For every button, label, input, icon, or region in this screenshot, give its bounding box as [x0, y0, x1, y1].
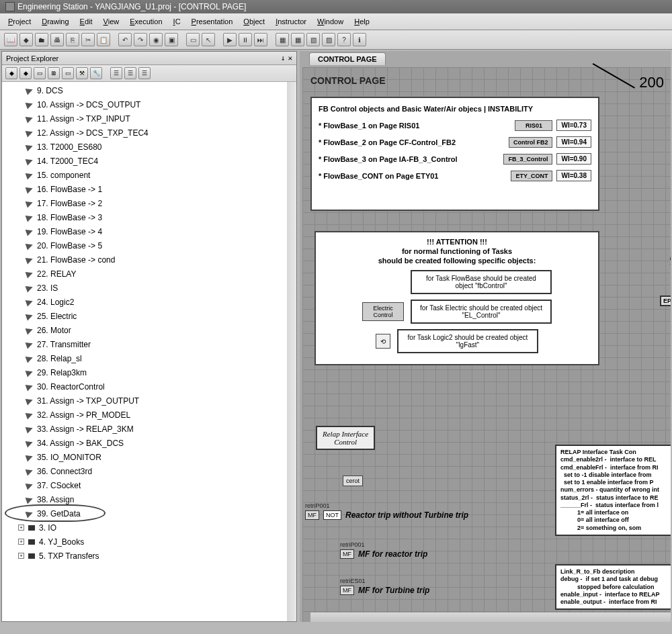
not-box-1[interactable]: NOT	[323, 510, 341, 520]
menu-window[interactable]: Window	[313, 16, 347, 27]
tree-item[interactable]: 37. CSocket	[2, 478, 287, 492]
tb-help-icon[interactable]: ?	[337, 33, 351, 46]
tree-vscroll[interactable]	[287, 82, 296, 621]
tb-grid2-icon[interactable]: ▦	[291, 33, 304, 46]
tree-item[interactable]: 36. Connect3rd	[2, 464, 287, 478]
project-tree[interactable]: 9. DCS10. Assign -> DCS_OUTPUT11. Assign…	[2, 82, 287, 621]
tb-about-icon[interactable]: ℹ	[353, 33, 366, 46]
tree-item[interactable]: 21. FlowBase -> cond	[2, 253, 287, 267]
hammer-icon	[26, 467, 34, 476]
tree-item[interactable]: 33. Assign -> RELAP_3KM	[2, 422, 287, 436]
refresh-icon[interactable]: ⟲	[376, 334, 390, 349]
fb-row-button[interactable]: ETY_CONT	[511, 171, 552, 181]
menu-presentation[interactable]: Presentation	[187, 16, 237, 27]
expand-icon[interactable]: +	[18, 525, 24, 531]
tb-grid-icon[interactable]: ▦	[276, 33, 289, 46]
tb-paste-icon[interactable]: 📋	[97, 33, 110, 46]
tree-item[interactable]: 11. Assign -> TXP_INPUT	[2, 111, 287, 126]
tree-item[interactable]: 17. FlowBase -> 2	[2, 196, 287, 210]
tb-stop-icon[interactable]: ◉	[149, 33, 163, 46]
pt-doc-icon[interactable]: 🗎	[48, 67, 60, 79]
tree-item[interactable]: 19. FlowBase -> 4	[2, 224, 287, 238]
tb-select-icon[interactable]: ▭	[186, 33, 200, 46]
menu-execution[interactable]: Execution	[126, 16, 166, 27]
menu-view[interactable]: View	[99, 16, 124, 27]
canvas-hscroll[interactable]	[310, 613, 671, 622]
tree-item[interactable]: 12. Assign -> DCS_TXP_TEC4	[2, 126, 287, 140]
tb-pause-icon[interactable]: ⏸	[239, 33, 252, 46]
tree-item-label: 29. Relap3km	[37, 368, 87, 377]
tree-item[interactable]: 20. FlowBase -> 5	[2, 238, 287, 253]
pt-tree-icon[interactable]: ☰	[110, 67, 122, 79]
tree-item[interactable]: 29. Relap3km	[2, 365, 287, 379]
project-explorer-panel: Project Explorer ↓ ✕ ◆ ◆ ▭ 🗎 ▭ ⚒ 🔧 ☰ ☰ ☰…	[1, 51, 297, 622]
pin-icon[interactable]: ↓	[281, 54, 286, 62]
menu-instructor[interactable]: Instructor	[271, 16, 310, 27]
tree-item[interactable]: 9. DCS	[2, 83, 287, 97]
menu-project[interactable]: Project	[4, 16, 35, 27]
expand-icon[interactable]: +	[18, 539, 24, 545]
menu-ic[interactable]: IC	[169, 16, 185, 27]
tb-undo-icon[interactable]: ↶	[118, 33, 132, 46]
tree-item[interactable]: 13. T2000_ES680	[2, 140, 287, 154]
tree-item[interactable]: +4. YJ_Books	[2, 535, 287, 549]
pt-list-icon[interactable]: ☰	[124, 67, 136, 79]
mf-box-1[interactable]: MF	[305, 510, 319, 520]
tree-item[interactable]: 31. Assign -> TXP_OUTPUT	[2, 394, 287, 408]
tb-copy-icon[interactable]: ⎘	[66, 33, 79, 46]
tree-item[interactable]: 15. component	[2, 168, 287, 182]
tree-item[interactable]: 18. FlowBase -> 3	[2, 210, 287, 224]
tree-item[interactable]: +5. TXP Transfers	[2, 549, 287, 563]
pt-sheet-icon[interactable]: ▭	[34, 67, 46, 79]
tb-cut-icon[interactable]: ✂	[81, 33, 95, 46]
mf-box-3[interactable]: MF	[340, 586, 354, 595]
tb-open-icon[interactable]: 📖	[4, 33, 17, 46]
tree-item[interactable]: +3. IO	[2, 520, 287, 535]
tree-item[interactable]: 28. Relap_sl	[2, 351, 287, 365]
tree-item[interactable]: 27. Transmitter	[2, 337, 287, 351]
tree-item[interactable]: 26. Motor	[2, 323, 287, 337]
tb-play-icon[interactable]: ▶	[223, 33, 237, 46]
pt-book-icon[interactable]: ◆	[5, 67, 17, 79]
tb-run-icon[interactable]: ▣	[165, 33, 178, 46]
tb-books-icon[interactable]: ◆	[19, 33, 33, 46]
fb-row-button[interactable]: FB_3_Control	[503, 154, 552, 165]
pt-diamond-icon[interactable]: ◆	[19, 67, 32, 79]
menu-help[interactable]: Help	[350, 16, 374, 27]
tree-item[interactable]: 14. T2000_TEC4	[2, 154, 287, 168]
tree-item[interactable]: 34. Assign -> BAK_DCS	[2, 436, 287, 450]
tree-item[interactable]: 16. FlowBase -> 1	[2, 182, 287, 196]
tree-item[interactable]: 35. IO_MONITOR	[2, 450, 287, 464]
fb-row-button[interactable]: RIS01	[515, 120, 552, 131]
close-icon[interactable]: ✕	[288, 54, 292, 62]
pt-list2-icon[interactable]: ☰	[138, 67, 151, 79]
tb-step-icon[interactable]: ⏭	[254, 33, 267, 46]
tb-print-icon[interactable]: 🖶	[50, 33, 64, 46]
menu-edit[interactable]: Edit	[76, 16, 97, 27]
tree-item[interactable]: 10. Assign -> DCS_OUTPUT	[2, 97, 287, 111]
tree-item[interactable]: 39. GetData	[2, 506, 287, 520]
tb-redo-icon[interactable]: ↷	[134, 33, 147, 46]
design-canvas[interactable]: CONTROL PAGE FB Control objects and Basi…	[302, 67, 671, 622]
tab-control-page[interactable]: CONTROL PAGE	[309, 52, 386, 65]
fb-row-button[interactable]: Control FB2	[509, 137, 553, 148]
tree-item[interactable]: 24. Logic2	[2, 295, 287, 309]
tb-pointer-icon[interactable]: ↖	[202, 33, 215, 46]
menu-drawing[interactable]: Drawing	[38, 16, 73, 27]
menu-object[interactable]: Object	[239, 16, 269, 27]
tb-color-icon[interactable]: ▧	[306, 33, 320, 46]
tree-item[interactable]: 32. Assign -> PR_MODEL	[2, 408, 287, 422]
pt-box-icon[interactable]: ▭	[62, 67, 74, 79]
expand-icon[interactable]: +	[18, 553, 24, 559]
tb-folder-icon[interactable]: 🖿	[35, 33, 48, 46]
tb-pattern-icon[interactable]: ▨	[322, 33, 335, 46]
tree-item[interactable]: 23. IS	[2, 281, 287, 295]
tree-item[interactable]: 30. ReactorControl	[2, 379, 287, 394]
tree-item[interactable]: 38. Assign	[2, 492, 287, 506]
pt-hammer-icon[interactable]: ⚒	[76, 67, 88, 79]
electric-control-button[interactable]: Electric Control	[362, 302, 404, 321]
pt-wrench-icon[interactable]: 🔧	[90, 67, 102, 79]
tree-item[interactable]: 25. Electric	[2, 309, 287, 323]
tree-item[interactable]: 22. RELAY	[2, 267, 287, 281]
mf-box-2[interactable]: MF	[340, 549, 354, 559]
